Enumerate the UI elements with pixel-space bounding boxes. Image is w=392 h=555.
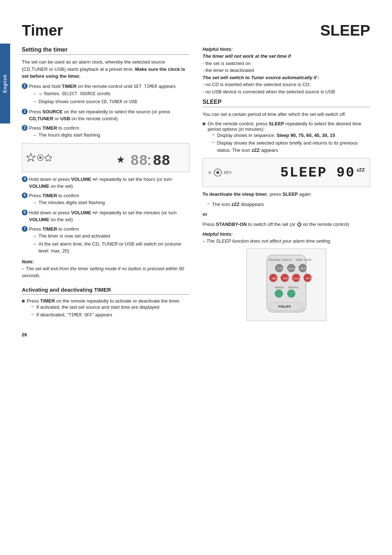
step-1-num: 1	[22, 83, 28, 89]
svg-text:★: ★	[117, 151, 126, 167]
svg-text:CLOCK: CLOCK	[277, 267, 285, 270]
sleep-display-image: ④ MP3 5LEEP 90 zZZ	[203, 158, 370, 187]
activating-arrow-2: → If deactivated, "TIMER OFF" appears	[27, 311, 180, 319]
note-text: – The set will exit from the timer setti…	[22, 265, 189, 279]
step-7: 7 Press TIMER to confirm → The timer is …	[22, 226, 189, 255]
step-5-arrow-1: → The minutes digits start flashing	[29, 199, 189, 206]
header-row: Timer SLEEP	[22, 22, 370, 41]
svg-point-9	[216, 171, 219, 174]
two-col-layout: Setting the timer The set can be used as…	[22, 46, 370, 321]
step-4-content: Hold down or press VOLUME +/- repeatedly…	[29, 176, 189, 190]
cd-icon: ④	[208, 170, 212, 175]
page: English Timer SLEEP Setting the timer Th…	[0, 0, 392, 555]
svg-text:MUTE: MUTE	[301, 267, 307, 270]
svg-point-2	[39, 157, 41, 159]
sleep-step-bullet: On the remote control, press SLEEP repea…	[203, 121, 370, 155]
step-4: 4 Hold down or press VOLUME +/- repeated…	[22, 176, 189, 190]
setting-timer-intro: The set can be used as an alarm clock, w…	[22, 58, 189, 80]
display-digits-area: ★ 88 : 88	[117, 147, 185, 169]
svg-text:RDS/NEWS: RDS/NEWS	[288, 267, 299, 270]
sleep-display-digits: 5LEEP 90	[280, 165, 355, 181]
svg-text:DISC: DISC	[283, 277, 289, 279]
header-sleep: SLEEP	[320, 22, 370, 39]
step-6: 6 Hold down or press VOLUME +/- repeated…	[22, 209, 189, 223]
sidebar-label: English	[3, 74, 8, 93]
dot-icon	[22, 300, 25, 303]
or-label: or	[203, 211, 370, 218]
activating-heading: Activating and deactivating TIMER	[22, 287, 189, 295]
svg-text:SHUFFLE: SHUFFLE	[288, 286, 299, 288]
svg-point-32	[287, 289, 295, 297]
step-4-num: 4	[22, 176, 28, 182]
zzz-icon: zZZ	[357, 167, 365, 173]
step-2-content: Press SOURCE on the set repeatedly to se…	[29, 108, 189, 122]
page-number: 26	[22, 332, 370, 337]
svg-text:TIMER: TIMER	[295, 259, 303, 261]
svg-marker-0	[26, 153, 35, 161]
svg-text:DISPLAY: DISPLAY	[282, 259, 292, 261]
deactivate-sleep-text: To deactivate the sleep timer, press SLE…	[203, 191, 370, 198]
svg-text:88: 88	[130, 153, 148, 169]
step-1-content: Press and hold TIMER on the remote contr…	[29, 83, 189, 106]
svg-marker-3	[45, 154, 52, 161]
sleep-step-content: On the remote control, press SLEEP repea…	[208, 121, 370, 155]
activating-intro-text: Press TIMER on the remote repeatedly to …	[27, 298, 180, 320]
sidebar-english: English	[0, 44, 10, 123]
step-1-arrow-1: → ☼ flashes. SELECT SOURCE scrolls	[29, 90, 189, 97]
step-6-content: Hold down or press VOLUME +/- repeatedly…	[29, 209, 189, 223]
sleep-digits-area: 5LEEP 90 zZZ	[280, 165, 365, 181]
svg-text:RDS/NEWS: RDS/NEWS	[293, 277, 304, 279]
step-2: 2 Press SOURCE on the set repeatedly to …	[22, 108, 189, 122]
helpful-body-bottom: – The SLEEP function does not affect you…	[203, 238, 370, 245]
helpful-body-top: The timer will not work at the set time …	[203, 53, 370, 95]
step-3-arrow-1: → The hours digits start flashing	[29, 131, 189, 139]
setting-timer-heading: Setting the timer	[22, 46, 189, 55]
col-left: Setting the timer The set can be used as…	[22, 46, 189, 321]
activating-intro-bullet: Press TIMER on the remote repeatedly to …	[22, 298, 189, 320]
step-5-num: 5	[22, 193, 28, 198]
step-1-arrow-2: → Display shows current source CD, TUNER…	[29, 98, 189, 105]
sleep-display-icons: ④ MP3	[208, 169, 232, 177]
helpful-hints-bottom: Helpful hints: – The SLEEP function does…	[203, 231, 370, 245]
star-icon	[26, 153, 52, 163]
sleep-arrow-1: → Display shows in sequence: Sleep 90, 7…	[208, 132, 370, 139]
svg-text:SLEEP: SLEEP	[305, 259, 312, 261]
svg-text::: :	[147, 153, 151, 168]
helpful-hints-top: Helpful hints: The timer will not work a…	[203, 46, 370, 95]
svg-text:REPEAT: REPEAT	[275, 286, 284, 288]
step-5: 5 Press TIMER to confirm → The minutes d…	[22, 192, 189, 207]
svg-text:MUTE: MUTE	[306, 277, 313, 279]
step-7-arrow-2: → At the set alarm time, the CD, TUNER o…	[29, 240, 189, 255]
step-6-num: 6	[22, 210, 28, 215]
note-box: Note: – The set will exit from the timer…	[22, 259, 189, 279]
svg-text:DBB: DBB	[272, 277, 277, 279]
step-1: 1 Press and hold TIMER on the remote con…	[22, 83, 189, 106]
main-content: Timer SLEEP Setting the timer The set ca…	[22, 22, 370, 337]
step-3: 3 Press TIMER to confirm → The hours dig…	[22, 125, 189, 139]
deactivate-sleep-arrow: → The icon zZZ disappears	[203, 201, 370, 208]
header-timer: Timer	[22, 22, 63, 39]
timer-digit-svg: ★ 88 : 88	[117, 147, 185, 169]
svg-point-31	[275, 289, 283, 297]
step-5-content: Press TIMER to confirm → The minutes dig…	[29, 192, 189, 207]
svg-text:PHILIPS: PHILIPS	[278, 304, 291, 308]
step-7-num: 7	[22, 226, 28, 232]
col-right: Helpful hints: The timer will not work a…	[203, 46, 370, 321]
step-3-content: Press TIMER to confirm → The hours digit…	[29, 125, 189, 139]
svg-text:PROGRAM: PROGRAM	[269, 259, 281, 261]
sleep-dot-icon	[203, 122, 205, 125]
sleep-heading: SLEEP	[203, 99, 370, 107]
svg-text:88: 88	[153, 153, 170, 169]
step-7-content: Press TIMER to confirm → The timer is no…	[29, 226, 189, 255]
remote-svg: PROGRAM DISPLAY TIMER SLEEP CLOCK RDS/NE…	[254, 252, 319, 317]
play-icon	[214, 169, 222, 177]
helpful-title-top: Helpful hints:	[203, 46, 370, 52]
timer-display-image: ★ 88 : 88	[22, 143, 189, 172]
step-3-num: 3	[22, 125, 28, 131]
step-7-arrow-1: → The timer is now set and activated	[29, 232, 189, 240]
mp3-label: MP3	[224, 171, 232, 175]
standby-text: Press STANDBY-ON to switch off the set (…	[203, 221, 370, 228]
display-left-icons	[26, 153, 52, 163]
sleep-arrow-2: → Display shows the selected option brie…	[208, 139, 370, 154]
remote-image-box: PROGRAM DISPLAY TIMER SLEEP CLOCK RDS/NE…	[246, 248, 326, 321]
